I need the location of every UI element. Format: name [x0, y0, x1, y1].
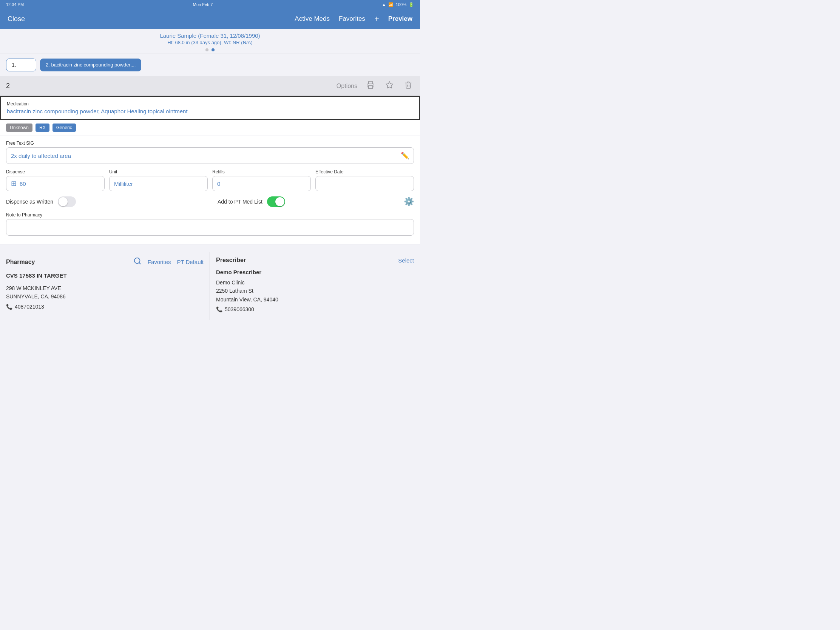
- sig-input[interactable]: 2x daily to affected area ✏️: [6, 147, 414, 164]
- favorites-nav-button[interactable]: Favorites: [339, 15, 365, 23]
- medication-container: Medication bacitracin zinc compounding p…: [0, 96, 420, 120]
- unit-value: Milliliter: [114, 180, 133, 187]
- sig-label: Free Text SIG: [6, 141, 414, 146]
- prescriber-title-row: Prescriber Select: [216, 257, 414, 264]
- refills-label: Refills: [212, 169, 311, 175]
- medication-label: Medication: [7, 101, 413, 106]
- pharmacy-search-icon[interactable]: [133, 257, 142, 267]
- patient-name: Laurie Sample (Female 31, 12/08/1990): [6, 33, 414, 39]
- section-actions: Options: [336, 80, 414, 92]
- svg-line-3: [139, 262, 141, 264]
- dispense-as-written-label: Dispense as Written: [6, 199, 53, 205]
- medication-value[interactable]: bacitracin zinc compounding powder, Aqua…: [7, 108, 413, 114]
- nav-left: Close: [8, 15, 25, 23]
- unit-label: Unit: [109, 169, 208, 175]
- add-button[interactable]: +: [374, 14, 379, 24]
- refills-field[interactable]: 0: [212, 176, 311, 191]
- prescriber-name: Demo Prescriber: [216, 269, 414, 275]
- pharmacy-address: 298 W MCKINLEY AVE SUNNYVALE, CA, 94086 …: [6, 284, 204, 311]
- tag-rx[interactable]: RX: [35, 123, 49, 132]
- prescriber-clinic: Demo Clinic: [216, 278, 414, 287]
- print-button[interactable]: [365, 80, 376, 92]
- status-time: 12:34 PM: [6, 2, 24, 7]
- note-row: Note to Pharmacy: [6, 212, 414, 236]
- pharmacy-pt-default-button[interactable]: PT Default: [177, 259, 204, 265]
- pharmacy-phone-row: 📞 4087021013: [6, 303, 204, 311]
- prescriber-detail: Demo Clinic 2250 Latham St Mountain View…: [216, 278, 414, 314]
- add-to-pt-med-list-label: Add to PT Med List: [218, 199, 262, 205]
- unit-group: Unit Milliliter: [109, 169, 208, 191]
- page-dots: [6, 48, 414, 51]
- sig-value: 2x daily to affected area: [11, 153, 401, 159]
- fields-area: Free Text SIG 2x daily to affected area …: [0, 136, 420, 245]
- patient-stats: Ht: 68.0 in (33 days ago), Wt: NR (N/A): [6, 39, 414, 45]
- dispense-toggle-thumb: [58, 197, 68, 206]
- sig-row: Free Text SIG 2x daily to affected area …: [6, 141, 414, 164]
- pharmacy-address-1: 298 W MCKINLEY AVE: [6, 284, 204, 292]
- grid-fields: Dispense ⊞ 60 Unit Milliliter Refills 0 …: [6, 169, 414, 191]
- refills-group: Refills 0: [212, 169, 311, 191]
- dispense-group: Dispense ⊞ 60: [6, 169, 105, 191]
- edit-sig-icon[interactable]: ✏️: [401, 152, 409, 160]
- rx-tabs: 1. 2. bacitracin zinc compounding powder…: [0, 54, 420, 76]
- nav-right: Active Meds Favorites + Preview: [295, 14, 412, 24]
- prescriber-address-2: Mountain View, CA, 94040: [216, 295, 414, 304]
- dot-1: [205, 48, 208, 51]
- status-date: Mon Feb 7: [193, 2, 213, 7]
- prescriber-phone-row: 📞 5039066300: [216, 305, 414, 314]
- tags-row: Unknown RX Generic: [0, 120, 420, 136]
- preview-button[interactable]: Preview: [388, 15, 412, 23]
- battery-icon: 🔋: [409, 2, 414, 7]
- settings-button[interactable]: ⚙️: [404, 197, 414, 207]
- calculator-icon: ⊞: [11, 179, 17, 188]
- pharmacy-title-row: Pharmacy Favorites PT Default: [6, 257, 204, 267]
- dispense-value: 60: [20, 180, 26, 187]
- section-header: 2 Options: [0, 76, 420, 96]
- unit-field[interactable]: Milliliter: [109, 176, 208, 191]
- section-number: 2: [6, 82, 10, 90]
- tag-unknown[interactable]: Unknown: [6, 123, 33, 132]
- prescriber-address-1: 2250 Latham St: [216, 287, 414, 295]
- close-button[interactable]: Close: [8, 15, 25, 23]
- pharmacy-favorites-button[interactable]: Favorites: [148, 259, 171, 265]
- wifi-icon: 📶: [388, 2, 393, 7]
- status-right: ▲ 📶 100% 🔋: [382, 2, 414, 7]
- pharmacy-phone-icon: 📞: [6, 303, 13, 311]
- prescriber-phone-icon: 📞: [216, 305, 223, 314]
- prescriber-title: Prescriber: [216, 257, 246, 264]
- note-label: Note to Pharmacy: [6, 212, 414, 218]
- favorite-button[interactable]: [384, 80, 395, 92]
- pharmacy-phone: 4087021013: [15, 303, 44, 311]
- pharmacy-address-2: SUNNYVALE, CA, 94086: [6, 292, 204, 301]
- dispense-as-written-toggle[interactable]: [58, 196, 76, 207]
- tag-generic[interactable]: Generic: [52, 123, 76, 132]
- pharmacy-title: Pharmacy: [6, 259, 35, 265]
- bottom-sections: Pharmacy Favorites PT Default CVS 17583 …: [0, 252, 420, 320]
- add-to-pt-med-list-toggle[interactable]: [267, 196, 285, 207]
- pharmacy-name: CVS 17583 IN TARGET: [6, 272, 204, 279]
- status-bar: 12:34 PM Mon Feb 7 ▲ 📶 100% 🔋: [0, 0, 420, 9]
- note-input[interactable]: [6, 219, 414, 236]
- delete-button[interactable]: [403, 80, 414, 92]
- prescriber-select-button[interactable]: Select: [398, 257, 414, 264]
- prescriber-section: Prescriber Select Demo Prescriber Demo C…: [210, 252, 420, 320]
- effective-date-label: Effective Date: [315, 169, 414, 175]
- pt-med-toggle-thumb: [275, 197, 284, 206]
- dispense-field[interactable]: ⊞ 60: [6, 176, 105, 191]
- rx-tab-2[interactable]: 2. bacitracin zinc compounding powder,..…: [40, 58, 141, 71]
- rx-tab-1[interactable]: 1.: [6, 58, 36, 71]
- dispense-as-written-group: Dispense as Written: [6, 196, 202, 207]
- effective-date-field[interactable]: [315, 176, 414, 191]
- options-label[interactable]: Options: [336, 83, 357, 90]
- effective-date-group: Effective Date: [315, 169, 414, 191]
- svg-rect-0: [369, 86, 373, 88]
- location-icon: ▲: [382, 2, 386, 7]
- battery-label: 100%: [396, 2, 406, 7]
- dispense-label: Dispense: [6, 169, 105, 175]
- prescriber-phone: 5039066300: [225, 305, 254, 314]
- nav-bar: Close Active Meds Favorites + Preview: [0, 9, 420, 29]
- patient-banner: Laurie Sample (Female 31, 12/08/1990) Ht…: [0, 29, 420, 54]
- dot-2: [212, 48, 215, 51]
- pharmacy-section: Pharmacy Favorites PT Default CVS 17583 …: [0, 252, 210, 320]
- active-meds-button[interactable]: Active Meds: [295, 15, 330, 23]
